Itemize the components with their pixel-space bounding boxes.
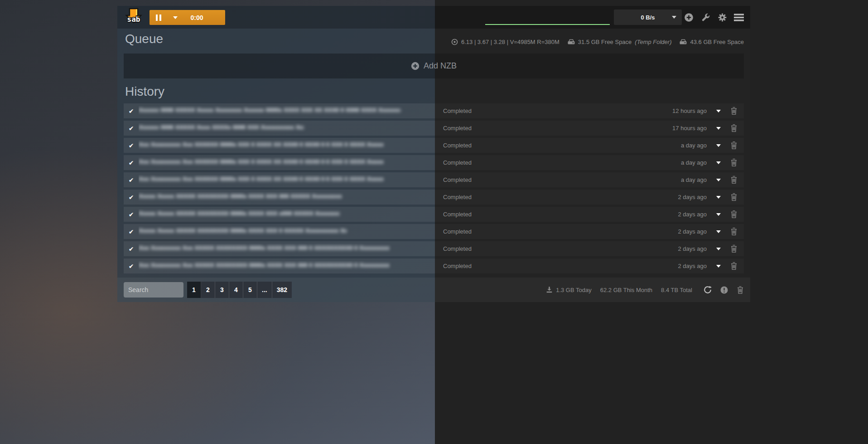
downloaded-today: 1.3 GB Today [546, 286, 592, 293]
history-row: ✔ Xxx Xxxxxxxxx Xxx XXXXXX 0000x XXX 0 X… [124, 138, 744, 153]
check-icon: ✔ [124, 245, 139, 253]
add-nzb-icon[interactable] [684, 12, 694, 22]
history-row: ✔ Xxx Xxxxxxxxx Xxx XXXXXX 0000x XXX 0 X… [124, 172, 744, 187]
history-item-link[interactable]: Xxxxx Xxxxx XXXXX XXXXXXXX 0000x XXXX XX… [139, 192, 443, 203]
history-item-time: 2 days ago [633, 263, 707, 269]
history-item-link[interactable]: Xxx Xxxxxxxxx Xxx XXXXXX 0000x XXX 0 XXX… [139, 175, 443, 185]
row-actions-dropdown[interactable] [707, 213, 730, 216]
history-item-name: Xxxxxx 0000 XXXXX Xxxxx Xxxxxxxx Xxxxxx … [139, 106, 400, 115]
status-line: 6.13 | 3.67 | 3.28 | V=4985M R=380M 31.5… [451, 39, 744, 45]
history-item-status: Completed [443, 125, 633, 132]
history-item-name: Xxx Xxxxxxxxx Xxx XXXXXX 0000x XXX 0 XXX… [139, 140, 383, 149]
temp-folder-space: 31.5 GB Free Space (Temp Folder) [568, 39, 672, 45]
wrench-icon[interactable] [700, 12, 710, 22]
check-icon: ✔ [124, 228, 139, 235]
chevron-down-icon [716, 196, 721, 199]
row-actions-dropdown[interactable] [707, 127, 730, 130]
history-item-status: Completed [443, 159, 633, 166]
trash-icon [730, 141, 738, 150]
row-actions-dropdown[interactable] [707, 144, 730, 147]
history-item-status: Completed [443, 194, 633, 200]
history-item-link[interactable]: Xxx Xxxxxxxxx Xxx XXXXX XXXXXXXX 0000x X… [139, 244, 443, 254]
history-item-name: Xxxxxx 0000 XXXXX Xxxx XXXXx 0000 XXX Xx… [139, 123, 304, 132]
pause-button[interactable]: 0:00 [149, 10, 225, 25]
history-item-time: 2 days ago [633, 245, 707, 252]
trash-icon [730, 227, 738, 236]
row-delete-button[interactable] [730, 124, 744, 132]
menu-icon[interactable] [734, 12, 744, 22]
chevron-down-icon [716, 213, 721, 216]
row-delete-button[interactable] [730, 227, 744, 236]
trash-icon [730, 244, 738, 253]
page-button-3[interactable]: 3 [215, 282, 229, 298]
history-item-time: a day ago [633, 142, 707, 149]
history-item-name: Xxxxx Xxxxx XXXXX XXXXXXXX 0000x XXXX XX… [139, 192, 342, 201]
page-button-382[interactable]: 382 [272, 282, 292, 298]
speed-button[interactable]: 0 B/s [614, 10, 682, 25]
chevron-down-icon [716, 127, 721, 130]
page-button-...[interactable]: ... [257, 282, 272, 298]
history-item-link[interactable]: Xxxxx Xxxxx XXXXX XXXXXXXX 0000x XXXX XX… [139, 226, 443, 237]
history-item-link[interactable]: Xxx Xxxxxxxxx Xxx XXXXX XXXXXXXX 0000x X… [139, 261, 443, 272]
pause-icon [156, 15, 161, 21]
server-stats-text: 6.13 | 3.67 | 3.28 | V=4985M R=380M [461, 39, 559, 45]
purge-history-button[interactable] [737, 286, 744, 294]
history-item-name: Xxx Xxxxxxxxx Xxx XXXXX XXXXXXXX 0000x X… [139, 244, 390, 253]
history-item-time: 17 hours ago [633, 125, 707, 132]
stats-icon [451, 39, 458, 45]
row-delete-button[interactable] [730, 158, 744, 167]
row-delete-button[interactable] [730, 210, 744, 219]
row-delete-button[interactable] [730, 193, 744, 201]
check-icon: ✔ [124, 142, 139, 149]
page-button-2[interactable]: 2 [201, 282, 215, 298]
row-actions-dropdown[interactable] [707, 196, 730, 199]
gear-icon[interactable] [717, 12, 727, 22]
history-item-status: Completed [443, 142, 633, 149]
row-actions-dropdown[interactable] [707, 110, 730, 112]
history-row: ✔ Xxxxxx 0000 XXXXX Xxxx XXXXx 0000 XXX … [124, 121, 744, 136]
history-item-link[interactable]: Xxxxxx 0000 XXXXX Xxxxx Xxxxxxxx Xxxxxx … [139, 106, 443, 117]
row-delete-button[interactable] [730, 141, 744, 150]
row-actions-dropdown[interactable] [707, 179, 730, 181]
trash-icon [730, 193, 738, 201]
row-actions-dropdown[interactable] [707, 230, 730, 233]
history-row: ✔ Xxx Xxxxxxxxx Xxx XXXXXX 0000x XXX 0 X… [124, 155, 744, 170]
history-item-link[interactable]: Xxxxx Xxxxx XXXXX XXXXXXXX 0000x XXXX XX… [139, 209, 443, 220]
total-text: 8.4 TB Total [661, 287, 692, 293]
history-item-link[interactable]: Xxxxxx 0000 XXXXX Xxxx XXXXx 0000 XXX Xx… [139, 123, 443, 134]
search-box[interactable] [124, 282, 183, 298]
row-delete-button[interactable] [730, 244, 744, 253]
row-actions-dropdown[interactable] [707, 161, 730, 164]
row-delete-button[interactable] [730, 176, 744, 184]
trash-icon [730, 262, 738, 270]
chevron-down-icon [716, 179, 721, 181]
temp-free-text: 31.5 GB Free Space [578, 39, 632, 45]
history-item-status: Completed [443, 211, 633, 218]
plus-circle-icon [411, 62, 420, 70]
page-button-4[interactable]: 4 [229, 282, 243, 298]
chevron-down-icon [672, 16, 676, 19]
refresh-icon[interactable] [704, 286, 712, 294]
chevron-down-icon [716, 161, 721, 164]
history-item-link[interactable]: Xxx Xxxxxxxxx Xxx XXXXXX 0000x XXX 0 XXX… [139, 157, 443, 168]
info-icon[interactable] [720, 286, 728, 294]
page-button-1[interactable]: 1 [187, 282, 201, 298]
chevron-down-icon [716, 230, 721, 233]
history-row: ✔ Xxxxxx 0000 XXXXX Xxxxx Xxxxxxxx Xxxxx… [124, 103, 744, 118]
history-row: ✔ Xxx Xxxxxxxxx Xxx XXXXX XXXXXXXX 0000x… [124, 241, 744, 256]
add-nzb-dropzone[interactable]: Add NZB [124, 54, 744, 78]
add-nzb-label: Add NZB [424, 61, 457, 71]
trash-icon [730, 107, 738, 115]
row-actions-dropdown[interactable] [707, 265, 730, 268]
history-item-time: 2 days ago [633, 228, 707, 235]
page-button-5[interactable]: 5 [243, 282, 257, 298]
nzb-url-input[interactable] [485, 13, 610, 25]
row-actions-dropdown[interactable] [707, 248, 730, 250]
history-item-status: Completed [443, 245, 633, 252]
history-item-name: Xxxxx Xxxxx XXXXX XXXXXXXX 0000x XXXX XX… [139, 209, 340, 218]
row-delete-button[interactable] [730, 107, 744, 115]
history-item-link[interactable]: Xxx Xxxxxxxxx Xxx XXXXXX 0000x XXX 0 XXX… [139, 140, 443, 151]
row-delete-button[interactable] [730, 262, 744, 270]
sab-logo[interactable]: sab [125, 8, 143, 27]
temp-note-text: (Temp Folder) [635, 39, 671, 45]
